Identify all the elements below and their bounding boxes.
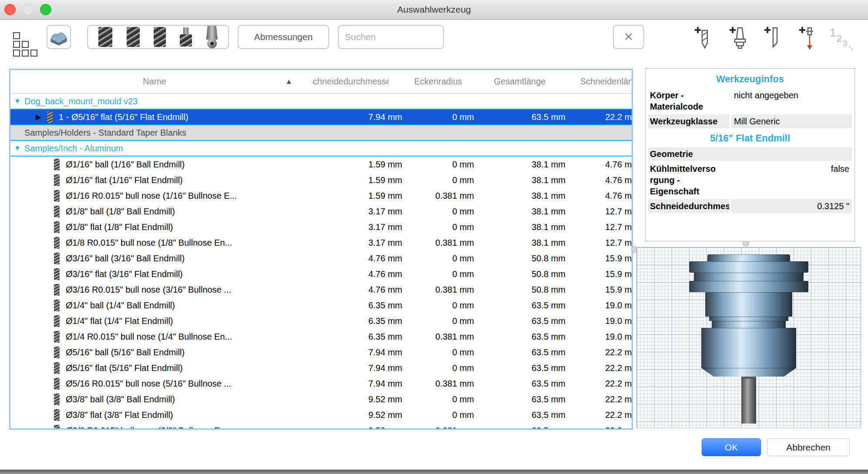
table-row-tool[interactable]: Ø1/8" flat (1/8" Flat Endmill)3.17 mm0 m… [10,219,633,235]
cutting-diameter-cell: 6.35 mm [299,332,402,342]
collapse-triangle-icon[interactable]: ▼ [14,97,24,105]
dimensions-button-label: Abmessungen [254,32,313,42]
table-row-tool[interactable]: Ø1/8" ball (1/8" Ball Endmill)3.17 mm0 m… [10,204,633,219]
endmill-icon [54,300,60,311]
overall-length-cell: 63.5 mm [474,332,565,342]
cancel-button[interactable]: Abbrechen [767,438,850,456]
table-row-group[interactable]: Samples/Holders - Standard Taper Blanks [10,125,633,141]
table-row-tool[interactable]: Ø1/8 R0.015" bull nose (1/8" Bullnose En… [10,235,633,250]
cutting-diameter-cell: 3.17 mm [299,207,402,217]
table-row-tool[interactable]: Ø1/4 R0.015" bull nose (1/4" Bullnose En… [10,329,633,344]
endmill-icon [54,425,60,429]
tool-name-cell: Ø1/16" ball (1/16" Ball Endmill) [10,159,299,170]
document-tools-filter-button[interactable] [47,25,71,49]
add-turning-tool-icon [761,24,783,50]
cutting-diameter-cell: 9.52 mm [299,394,402,404]
library-square [13,50,20,57]
collapse-triangle-icon[interactable]: ▼ [14,144,24,152]
table-row-tool[interactable]: Ø3/8 R0.015" bull nose (3/8" Bullnose En… [10,423,633,428]
add-holder-button[interactable] [726,24,748,50]
corner-radius-cell: 0.381 mm [402,285,474,295]
table-row-tool[interactable]: Ø1/16" ball (1/16" Ball Endmill)1.59 mm0… [10,157,633,172]
ball-endmill-icon[interactable] [127,27,140,47]
overall-length-cell: 63.5 mm [474,426,565,429]
table-row-tool[interactable]: Ø1/16" flat (1/16" Flat Endmill)1.59 mm0… [10,172,633,188]
table-row-tool[interactable]: ▶1 - Ø5/16" flat (5/16" Flat Endmill)7.9… [10,110,633,125]
holder-step [709,317,788,321]
info-value: 0.3125 " [731,199,852,213]
overall-length-cell: 38.1 mm [474,238,565,248]
corner-radius-cell: 0.381 mm [402,379,474,389]
corner-radius-cell: 0 mm [402,363,474,373]
info-value: nicht angegeben [731,88,852,113]
table-row-tool[interactable]: Ø1/4" ball (1/4" Ball Endmill)6.35 mm0 m… [10,297,633,313]
column-header-name-label: Name [143,77,166,86]
table-row-tool[interactable]: Ø3/8" flat (3/8" Flat Endmill)9.52 mm0 m… [10,407,633,423]
column-header-corner-radius[interactable]: Eckenradius [402,77,474,87]
tool-library-icon[interactable] [11,32,39,58]
overall-length-cell: 63.5 mm [474,347,565,357]
holder-collar [712,321,786,328]
tool-preview-canvas[interactable] [636,247,861,428]
overall-length-cell: 63.5 mm [474,300,565,310]
disclosure-icon[interactable]: ▶ [36,113,47,122]
clear-filter-button[interactable]: ✕ [613,25,644,49]
cutting-length-cell: 12.7 mm [565,238,633,248]
overall-length-cell: 38.1 mm [474,175,565,185]
facemill-shank [206,26,218,40]
face-mill-icon[interactable] [206,26,218,48]
column-header-overall-length[interactable]: Gesamtlänge [474,77,565,87]
bullnose-endmill-icon[interactable] [154,27,166,47]
cutting-diameter-cell: 4.76 mm [299,285,402,295]
corner-radius-cell: 0.381 mm [402,426,474,429]
table-row-tool[interactable]: Ø1/16 R0.015" bull nose (1/16" Bullnose … [10,188,633,204]
tool-name-cell: Ø3/8" flat (3/8" Flat Endmill) [10,409,299,421]
tool-name-cell: Ø5/16" flat (5/16" Flat Endmill) [10,362,299,374]
info-row: Schneidedurchmesser0.3125 " [648,199,852,213]
ok-button[interactable]: OK [702,438,761,456]
corner-radius-cell: 0 mm [402,410,474,420]
table-row-tool[interactable]: Ø5/16 R0.015" bull nose (5/16" Bullnose … [10,376,633,391]
holder-groove [694,273,804,281]
column-header-cutting-diameter[interactable]: Schneidedurchmesser [299,77,402,87]
column-header-name[interactable]: Name ▲ [10,77,299,87]
add-mill-tool-button[interactable] [691,24,713,50]
corner-radius-cell: 0 mm [402,175,474,185]
table-row-tool[interactable]: Ø5/16" flat (5/16" Flat Endmill)7.94 mm0… [10,360,633,376]
tool-section-title: 5/16" Flat Endmill [648,129,852,147]
add-probe-button[interactable] [796,24,818,50]
table-row-tool[interactable]: Ø3/16" ball (3/16" Ball Endmill)4.76 mm0… [10,250,633,266]
endmill-icon [54,159,60,170]
renumber-tools-button[interactable]: 1 2 3 [827,24,856,50]
cutting-length-cell: 22.2 mm [565,379,633,389]
table-row-tool[interactable]: Ø5/16" ball (5/16" Ball Endmill)7.94 mm0… [10,344,633,360]
endmill-icon [54,206,60,217]
dimensions-button[interactable]: Abmessungen [238,25,329,49]
table-row-tool[interactable]: Ø3/16" flat (3/16" Flat Endmill)4.76 mm0… [10,266,633,282]
info-band-label: Geometrie [648,147,852,161]
table-row-tool[interactable]: Ø1/4" flat (1/4" Flat Endmill)6.35 mm0 m… [10,313,633,329]
table-body: ▼Dog_back_mount_mould v23▶1 - Ø5/16" fla… [10,94,633,428]
info-value: Mill Generic [731,114,852,128]
library-square [22,50,29,57]
titlebar: Auswahlwerkzeug [0,0,868,20]
column-header-cutting-length[interactable]: Schneidenlänge [565,77,633,87]
svg-text:1: 1 [830,26,836,39]
table-row-tool[interactable]: Ø3/16 R0.015" bull nose (3/16" Bullnose … [10,282,633,297]
add-mill-icon [691,24,713,50]
chamfer-endmill-icon[interactable] [180,27,192,47]
table-row-tool[interactable]: Ø3/8" ball (3/8" Ball Endmill)9.52 mm0 m… [10,391,633,407]
add-holder-icon [726,24,748,50]
table-row-group[interactable]: ▼Samples/Inch - Aluminum [10,141,633,157]
cutting-length-cell: 19.0 mm [565,300,633,310]
info-value: false [731,162,852,198]
add-turning-tool-button[interactable] [761,24,783,50]
cutting-length-cell: 12.7 mm [565,207,633,217]
endmill-flutes [180,34,192,47]
table-row-group[interactable]: ▼Dog_back_mount_mould v23 [10,94,633,110]
close-icon: ✕ [624,30,634,44]
flat-endmill-icon[interactable] [98,27,112,47]
cutting-length-cell: 15.9 mm [565,254,633,264]
search-input[interactable] [338,25,444,49]
endmill-type-filter-group[interactable] [87,25,229,49]
